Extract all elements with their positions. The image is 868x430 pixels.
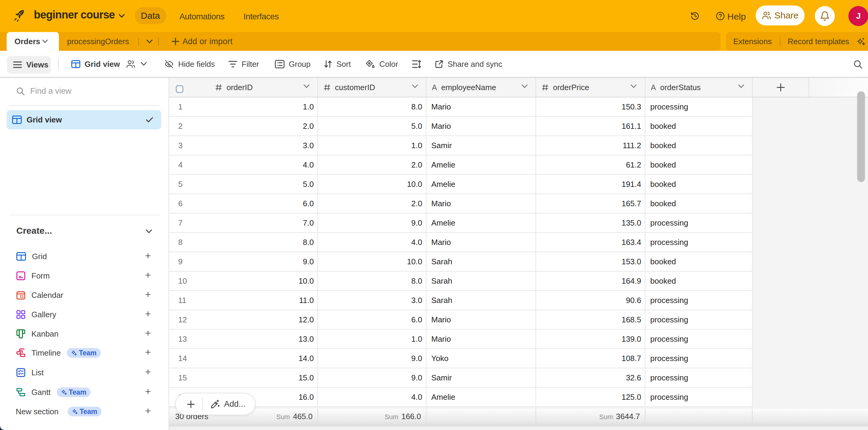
svg-text:31: 31 [19, 294, 24, 299]
